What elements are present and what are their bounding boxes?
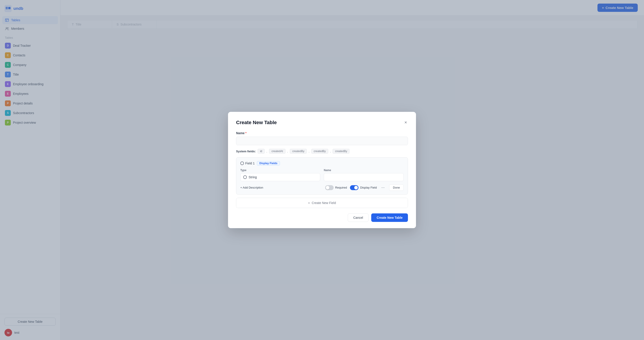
type-col: Type String bbox=[240, 169, 320, 181]
display-fields-badge: Display Fields bbox=[257, 161, 280, 166]
create-table-modal: Create New Table × Name * System fields:… bbox=[228, 112, 416, 228]
system-field-created-at: createdAt bbox=[269, 149, 285, 154]
field-name-input[interactable] bbox=[324, 173, 404, 181]
name-col: Name bbox=[324, 169, 404, 181]
type-icon bbox=[243, 175, 247, 179]
system-field-id: id bbox=[258, 149, 264, 154]
system-field-created-by-2: createdBy bbox=[311, 149, 328, 154]
field-controls: Required Display Field ··· Done bbox=[325, 184, 404, 191]
type-label: Type bbox=[240, 169, 320, 172]
add-description-button[interactable]: + Add Description bbox=[240, 185, 263, 190]
create-field-label: Create New Field bbox=[312, 201, 336, 205]
name-field-label: Name * bbox=[236, 131, 408, 135]
modal-footer: Cancel Create New Table bbox=[236, 213, 408, 222]
confirm-create-button[interactable]: Create New Table bbox=[371, 213, 408, 222]
system-fields-label: System fields: bbox=[236, 150, 256, 153]
modal-overlay: Create New Table × Name * System fields:… bbox=[0, 0, 644, 340]
create-new-field-button[interactable]: + Create New Field bbox=[236, 198, 408, 208]
modal-title: Create New Table bbox=[236, 120, 277, 125]
field-actions-row: + Add Description Required Display Field… bbox=[240, 184, 404, 191]
display-field-toggle[interactable] bbox=[350, 185, 358, 190]
plus-icon-field: + bbox=[308, 201, 310, 205]
required-toggle[interactable] bbox=[325, 185, 334, 190]
field-icon bbox=[240, 161, 244, 165]
system-field-created-by-1: createdBy bbox=[290, 149, 307, 154]
required-toggle-group: Required bbox=[325, 185, 347, 190]
cancel-button[interactable]: Cancel bbox=[348, 213, 369, 222]
modal-header: Create New Table × bbox=[236, 119, 408, 126]
field-row: Type String Name bbox=[240, 169, 404, 181]
required-label: Required bbox=[335, 186, 347, 189]
field-name-label: Name bbox=[324, 169, 404, 172]
required-star: * bbox=[245, 131, 246, 135]
table-name-input[interactable] bbox=[236, 137, 408, 145]
type-value: String bbox=[248, 175, 257, 179]
more-options-button[interactable]: ··· bbox=[380, 184, 386, 191]
field-section-header: Field 1 Display Fields bbox=[240, 161, 404, 166]
done-button[interactable]: Done bbox=[389, 184, 404, 191]
modal-close-button[interactable]: × bbox=[404, 119, 408, 126]
system-field-created-by-3: createdBy bbox=[332, 149, 350, 154]
type-select[interactable]: String bbox=[240, 173, 320, 181]
name-field-group: Name * bbox=[236, 131, 408, 145]
display-field-toggle-group: Display Field bbox=[350, 185, 376, 190]
display-field-label: Display Field bbox=[360, 186, 376, 189]
field-number-label: Field 1 bbox=[240, 161, 255, 165]
field-1-section: Field 1 Display Fields Type String Name bbox=[236, 157, 408, 195]
system-fields-row: System fields: id , createdAt , createdB… bbox=[236, 149, 408, 154]
